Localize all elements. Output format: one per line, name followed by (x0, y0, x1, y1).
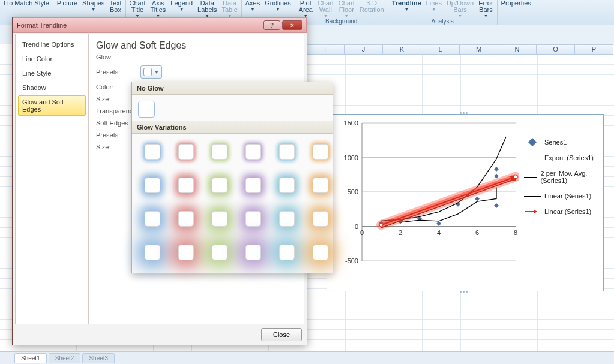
glow-variation[interactable] (138, 238, 167, 267)
svg-text:0: 0 (355, 223, 358, 230)
close-button[interactable]: Close (261, 328, 302, 341)
column-header-P[interactable]: P (575, 45, 613, 54)
glow-variation[interactable] (306, 137, 335, 166)
dialog-nav-glow-and-soft-edges[interactable]: Glow and Soft Edges (18, 95, 86, 116)
chart-plot-area[interactable]: 02468 -500050010001500 (339, 119, 519, 275)
resize-handle-top[interactable] (460, 112, 471, 115)
glow-variation[interactable] (172, 137, 200, 166)
glow-variation[interactable] (306, 238, 335, 267)
dropdown-icon: ▼ (275, 7, 280, 11)
ribbon-cmd-legend[interactable]: Legend▼ (169, 0, 194, 11)
glow-variation[interactable] (272, 238, 301, 267)
glow-variation[interactable] (239, 238, 268, 267)
glow-variation[interactable] (205, 137, 234, 166)
dialog-titlebar[interactable]: Format Trendline ? × (13, 17, 307, 33)
glow-variations-header: Glow Variations (132, 121, 333, 134)
dropdown-icon: ▼ (458, 14, 462, 18)
glow-variation[interactable] (172, 204, 200, 233)
ribbon-cmd-axis-titles[interactable]: Axis Titles▼ (149, 0, 167, 18)
dropdown-icon: ▼ (405, 7, 409, 11)
svg-text:1500: 1500 (344, 119, 358, 127)
glow-variation[interactable] (138, 171, 167, 200)
glow-presets-dropdown[interactable]: ▼ (140, 65, 162, 79)
se-size-label: Size: (96, 143, 136, 151)
pane-heading: Glow and Soft Edges (96, 40, 296, 51)
ribbon-cmd-axes[interactable]: Axes▼ (244, 0, 261, 11)
svg-text:8: 8 (514, 229, 517, 236)
dropdown-icon: ▼ (179, 7, 184, 11)
glow-variation[interactable] (306, 204, 335, 233)
embedded-chart[interactable]: 02468 -500050010001500 Series1Expon. (Se… (327, 114, 604, 291)
legend-entry[interactable]: Expon. (Series1) (524, 154, 598, 161)
glow-variation[interactable] (272, 204, 301, 233)
glow-variation[interactable] (205, 171, 234, 200)
glow-variation[interactable] (239, 204, 268, 233)
legend-entry[interactable]: Series1 (524, 139, 598, 146)
ribbon-group-caption (500, 17, 532, 25)
presets-label: Presets: (96, 68, 136, 76)
dialog-nav-line-style[interactable]: Line Style (18, 67, 86, 80)
glow-subheading: Glow (96, 53, 296, 61)
sheet-tab-bar: Sheet1 Sheet2 Sheet3 (0, 351, 614, 364)
dialog-nav-line-color[interactable]: Line Color (18, 52, 86, 65)
column-header-I[interactable]: I (306, 45, 345, 54)
sheet-tab[interactable]: Sheet3 (82, 353, 115, 363)
legend-entry[interactable]: 2 per. Mov. Avg. (Series1) (524, 170, 598, 184)
ribbon-cmd-lines: Lines▼ (425, 0, 443, 11)
sheet-tab[interactable]: Sheet2 (49, 353, 81, 363)
glow-variation[interactable] (138, 204, 167, 233)
ribbon-cmd-chart-wall: Chart Wall▼ (316, 0, 335, 18)
glow-variation[interactable] (272, 171, 301, 200)
ribbon-cmd-gridlines[interactable]: Gridlines▼ (263, 0, 292, 11)
sheet-tab-active[interactable]: Sheet1 (14, 353, 47, 363)
column-header-N[interactable]: N (498, 45, 537, 54)
ribbon-cmd-trendline[interactable]: Trendline▼ (391, 0, 423, 11)
legend-entry[interactable]: Linear (Series1) (524, 208, 598, 215)
glow-variation[interactable] (205, 238, 234, 267)
dropdown-icon: ▼ (91, 7, 95, 11)
glow-variation[interactable] (205, 204, 234, 233)
size-label: Size: (96, 95, 136, 103)
column-headers: IJKLMNOP (306, 44, 613, 55)
glow-variation[interactable] (306, 171, 335, 200)
column-header-M[interactable]: M (460, 45, 498, 54)
dropdown-icon: ▼ (345, 14, 349, 18)
column-header-K[interactable]: K (383, 45, 421, 54)
glow-variation[interactable] (172, 238, 200, 267)
dialog-nav-shadow[interactable]: Shadow (18, 81, 86, 94)
legend-entry[interactable]: Linear (Series1) (524, 192, 598, 200)
help-button[interactable]: ? (263, 20, 280, 30)
legend-diamond-icon (524, 139, 541, 145)
chart-legend[interactable]: Series1Expon. (Series1)2 per. Mov. Avg. … (524, 139, 598, 215)
svg-text:4: 4 (437, 229, 441, 236)
glow-variation[interactable] (239, 171, 268, 200)
glow-variation[interactable] (138, 137, 167, 166)
window-close-button[interactable]: × (282, 20, 302, 30)
svg-text:2: 2 (399, 229, 402, 236)
dialog-nav: Trendline OptionsLine ColorLine StyleSha… (16, 34, 89, 324)
column-header-L[interactable]: L (421, 45, 460, 54)
glow-variation[interactable] (172, 171, 200, 200)
resize-handle-bottom[interactable] (460, 291, 471, 293)
ribbon-cmd-match-style[interactable]: t to Match Style (2, 0, 50, 7)
column-header-O[interactable]: O (537, 45, 575, 54)
ribbon-cmd-data-labels[interactable]: Data Labels▼ (196, 0, 218, 18)
ribbon-cmd-picture[interactable]: Picture (56, 0, 79, 7)
ribbon-cmd-error-bars[interactable]: Error Bars▼ (477, 0, 494, 18)
dialog-nav-trendline-options[interactable]: Trendline Options (18, 38, 86, 51)
glow-variation[interactable] (239, 137, 268, 166)
ribbon-cmd-plot-area[interactable]: Plot Area▼ (298, 0, 314, 18)
no-glow-header: No Glow (132, 82, 333, 95)
dropdown-icon: ▼ (484, 14, 488, 18)
ribbon-cmd-chart-title[interactable]: Chart Title▼ (128, 0, 147, 18)
ribbon-cmd-text-box[interactable]: Text Box (108, 0, 122, 13)
ribbon-cmd-properties[interactable]: Properties (500, 0, 532, 7)
color-label: Color: (96, 83, 136, 91)
no-glow-option[interactable] (138, 101, 155, 118)
svg-text:0: 0 (360, 229, 364, 236)
glow-variation[interactable] (272, 137, 301, 166)
ribbon-cmd-shapes[interactable]: Shapes▼ (81, 0, 106, 11)
legend-arrow-icon (524, 209, 541, 215)
column-header-J[interactable]: J (345, 45, 383, 54)
ribbon-cmd-chart-floor: Chart Floor▼ (337, 0, 356, 18)
